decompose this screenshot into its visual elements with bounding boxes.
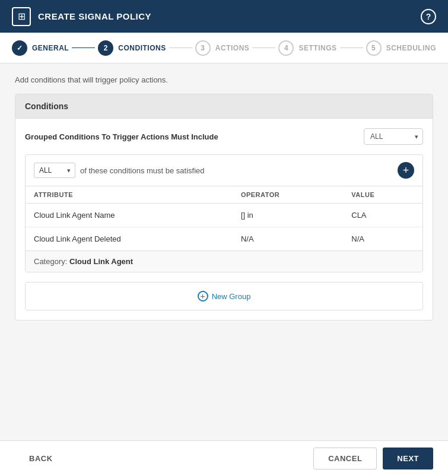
main-content: Add conditions that will trigger policy … xyxy=(0,64,448,440)
checkmark-icon: ✓ xyxy=(17,44,23,52)
plus-circle-icon: + xyxy=(198,291,208,302)
step-conditions[interactable]: 2 CONDITIONS xyxy=(98,40,166,56)
step-4-circle: 4 xyxy=(278,40,294,56)
table-row: Cloud Link Agent Deleted N/A N/A xyxy=(26,227,422,251)
new-group-row[interactable]: + New Group xyxy=(25,282,423,310)
cell-value-0: CLA xyxy=(343,204,422,227)
conditions-card: Conditions Grouped Conditions To Trigger… xyxy=(15,94,433,320)
grouped-label: Grouped Conditions To Trigger Actions Mu… xyxy=(25,132,218,141)
grouped-all-select[interactable]: ALL ANY xyxy=(364,128,423,145)
category-value: Cloud Link Agent xyxy=(69,257,133,266)
cell-value-1: N/A xyxy=(343,227,422,251)
conditions-table: ATTRIBUTE OPERATOR VALUE Cloud Link Agen… xyxy=(26,186,422,250)
grouped-conditions-row: Grouped Conditions To Trigger Actions Mu… xyxy=(25,128,423,145)
footer: BACK CANCEL NEXT xyxy=(0,440,448,476)
app-icon: ⊞ xyxy=(12,7,31,26)
stepper: ✓ GENERAL 2 CONDITIONS 3 ACTIONS 4 SETTI… xyxy=(0,33,448,64)
step-1-circle: ✓ xyxy=(12,40,27,56)
all-dropdown: ALL ANY of these conditions must be sati… xyxy=(34,163,205,178)
cell-operator-0: [] in xyxy=(233,204,343,227)
help-icon[interactable]: ? xyxy=(421,9,436,24)
col-operator: OPERATOR xyxy=(233,186,343,204)
back-button[interactable]: BACK xyxy=(15,448,67,469)
step-scheduling[interactable]: 5 SCHEDULING xyxy=(366,40,436,56)
category-row: Category: Cloud Link Agent xyxy=(26,250,422,272)
col-attribute: ATTRIBUTE xyxy=(26,186,233,204)
app-title: CREATE SIGNAL POLICY xyxy=(38,11,151,21)
group-all-select[interactable]: ALL ANY xyxy=(34,163,75,178)
table-row: Cloud Link Agent Name [] in CLA xyxy=(26,204,422,227)
page-subtitle: Add conditions that will trigger policy … xyxy=(15,75,433,84)
step-settings[interactable]: 4 SETTINGS xyxy=(278,40,336,56)
header-left: ⊞ CREATE SIGNAL POLICY xyxy=(12,7,151,26)
category-label: Category: xyxy=(34,257,67,266)
step-3-label: ACTIONS xyxy=(215,44,250,52)
card-header: Conditions xyxy=(15,94,433,119)
group-top: ALL ANY of these conditions must be sati… xyxy=(26,155,422,186)
all-select-wrapper[interactable]: ALL ANY xyxy=(364,128,423,145)
step-4-label: SETTINGS xyxy=(298,44,336,52)
cell-attribute-0: Cloud Link Agent Name xyxy=(26,204,233,227)
card-body: Grouped Conditions To Trigger Actions Mu… xyxy=(15,119,433,320)
next-button[interactable]: NEXT xyxy=(383,448,433,469)
conditions-text: of these conditions must be satisfied xyxy=(80,166,205,175)
step-line-1 xyxy=(72,47,95,48)
step-actions[interactable]: 3 ACTIONS xyxy=(195,40,250,56)
footer-right: CANCEL NEXT xyxy=(313,448,433,469)
new-group-label: New Group xyxy=(212,292,251,301)
cancel-button[interactable]: CANCEL xyxy=(313,448,377,469)
add-condition-button[interactable]: + xyxy=(398,162,414,179)
step-line-4 xyxy=(340,47,363,48)
step-2-circle: 2 xyxy=(98,40,113,56)
step-5-circle: 5 xyxy=(366,40,382,56)
cell-operator-1: N/A xyxy=(233,227,343,251)
group-box: ALL ANY of these conditions must be sati… xyxy=(25,154,423,272)
new-group-button[interactable]: + New Group xyxy=(198,291,251,302)
step-general[interactable]: ✓ GENERAL xyxy=(12,40,69,56)
step-5-label: SCHEDULING xyxy=(386,44,436,52)
table-header-row: ATTRIBUTE OPERATOR VALUE xyxy=(26,186,422,204)
cell-attribute-1: Cloud Link Agent Deleted xyxy=(26,227,233,251)
app-header: ⊞ CREATE SIGNAL POLICY ? xyxy=(0,0,448,33)
step-2-label: CONDITIONS xyxy=(118,44,166,52)
step-3-circle: 3 xyxy=(195,40,211,56)
col-value: VALUE xyxy=(343,186,422,204)
step-line-3 xyxy=(252,47,275,48)
step-line-2 xyxy=(169,47,192,48)
step-1-label: GENERAL xyxy=(32,44,69,52)
group-all-select-wrapper[interactable]: ALL ANY xyxy=(34,163,75,178)
